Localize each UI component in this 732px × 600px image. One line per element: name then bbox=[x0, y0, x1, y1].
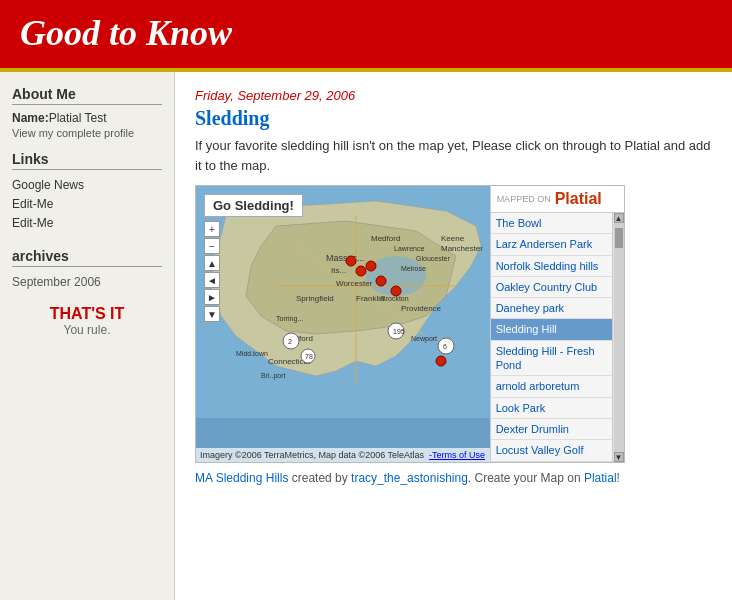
site-header: Good to Know bbox=[0, 0, 732, 72]
view-profile-link[interactable]: View my complete profile bbox=[12, 127, 162, 139]
svg-text:78: 78 bbox=[305, 353, 313, 360]
mapped-on-label: MAPPED ON bbox=[497, 194, 551, 204]
name-label: Name: bbox=[12, 111, 49, 125]
place-link[interactable]: Norfolk Sledding hills bbox=[491, 256, 612, 276]
svg-text:Manchester: Manchester bbox=[441, 244, 483, 253]
list-item-active: Sledding Hill bbox=[491, 319, 612, 340]
place-link[interactable]: arnold arboretum bbox=[491, 376, 612, 396]
scroll-thumb[interactable] bbox=[615, 228, 623, 248]
links-section: Links Google News Edit-Me Edit-Me bbox=[12, 151, 162, 234]
thats-it-title: THAT'S IT bbox=[12, 305, 162, 323]
svg-point-35 bbox=[376, 276, 386, 286]
about-title: About Me bbox=[12, 86, 162, 105]
name-value: Platial Test bbox=[49, 111, 107, 125]
svg-point-38 bbox=[346, 256, 356, 266]
archives-section: archives September 2006 bbox=[12, 248, 162, 291]
about-section: About Me Name:Platial Test View my compl… bbox=[12, 86, 162, 139]
scroll-down-button[interactable]: ▼ bbox=[614, 452, 624, 462]
place-link[interactable]: Oakley Country Club bbox=[491, 277, 612, 297]
list-item: Look Park bbox=[491, 398, 612, 419]
sidebar-link-edit-me-2[interactable]: Edit-Me bbox=[12, 214, 162, 233]
list-item: Danehey park bbox=[491, 298, 612, 319]
map-zoom-out[interactable]: − bbox=[204, 238, 220, 254]
list-item: Norfolk Sledding hills bbox=[491, 256, 612, 277]
platial-panel: MAPPED ON Platial The Bowl Larz Andersen… bbox=[490, 186, 624, 462]
svg-text:Providence: Providence bbox=[401, 304, 442, 313]
map-pan-down[interactable]: ▼ bbox=[204, 306, 220, 322]
post-footer: MA Sledding Hills created by tracy_the_a… bbox=[195, 471, 712, 485]
list-item: Oakley Country Club bbox=[491, 277, 612, 298]
scroll-track bbox=[614, 223, 624, 452]
svg-text:Bri..port: Bri..port bbox=[261, 372, 286, 380]
svg-text:Newport: Newport bbox=[411, 335, 437, 343]
platial-places-list: The Bowl Larz Andersen Park Norfolk Sled… bbox=[491, 213, 612, 462]
place-link[interactable]: Larz Andersen Park bbox=[491, 234, 612, 254]
svg-point-37 bbox=[356, 266, 366, 276]
svg-text:Keene: Keene bbox=[441, 234, 465, 243]
site-title: Good to Know bbox=[20, 12, 712, 54]
scroll-up-button[interactable]: ▲ bbox=[614, 213, 624, 223]
map-controls: + − ▲ ◄ ► ▼ bbox=[204, 221, 220, 322]
svg-text:2: 2 bbox=[288, 338, 292, 345]
svg-text:195: 195 bbox=[393, 328, 405, 335]
terms-link[interactable]: -Terms of Use bbox=[429, 450, 485, 460]
map-pan-right[interactable]: ► bbox=[204, 289, 220, 305]
map-pan-left[interactable]: ◄ bbox=[204, 272, 220, 288]
list-item: Larz Andersen Park bbox=[491, 234, 612, 255]
map-pan-up[interactable]: ▲ bbox=[204, 255, 220, 271]
svg-text:6: 6 bbox=[443, 343, 447, 350]
place-link[interactable]: Locust Valley Golf bbox=[491, 440, 612, 460]
svg-point-39 bbox=[436, 356, 446, 366]
svg-text:Its...: Its... bbox=[331, 266, 346, 275]
map-svg: Massac... Its... Manchester Keene Medfor… bbox=[196, 186, 490, 418]
platial-link[interactable]: Platial bbox=[584, 471, 617, 485]
svg-text:Torring...: Torring... bbox=[276, 315, 303, 323]
archives-month-link[interactable]: September 2006 bbox=[12, 273, 162, 291]
svg-text:Springfield: Springfield bbox=[296, 294, 334, 303]
svg-text:Midd.town: Midd.town bbox=[236, 350, 268, 357]
place-link[interactable]: Dexter Drumlin bbox=[491, 419, 612, 439]
archives-title: archives bbox=[12, 248, 162, 267]
map-zoom-in[interactable]: + bbox=[204, 221, 220, 237]
author-link[interactable]: tracy_the_astonishing bbox=[351, 471, 468, 485]
list-item: Sledding Hill - Fresh Pond bbox=[491, 341, 612, 377]
platial-scrollbar[interactable]: ▲ ▼ bbox=[612, 213, 624, 462]
platial-list-wrap: The Bowl Larz Andersen Park Norfolk Sled… bbox=[491, 213, 612, 462]
list-item: arnold arboretum bbox=[491, 376, 612, 397]
svg-text:Melrose: Melrose bbox=[401, 265, 426, 272]
platial-header: MAPPED ON Platial bbox=[491, 186, 624, 213]
sidebar-link-edit-me-1[interactable]: Edit-Me bbox=[12, 195, 162, 214]
links-title: Links bbox=[12, 151, 162, 170]
post-body: If your favorite sledding hill isn't on … bbox=[195, 136, 712, 175]
main-content: Friday, September 29, 2006 Sledding If y… bbox=[175, 72, 732, 600]
footer-text-2: . Create your Map on bbox=[468, 471, 584, 485]
page-layout: About Me Name:Platial Test View my compl… bbox=[0, 72, 732, 600]
list-item: The Bowl bbox=[491, 213, 612, 234]
place-link[interactable]: Danehey park bbox=[491, 298, 612, 318]
footer-text-1: created by bbox=[288, 471, 351, 485]
post-date: Friday, September 29, 2006 bbox=[195, 88, 712, 103]
svg-point-34 bbox=[366, 261, 376, 271]
list-item: Dexter Drumlin bbox=[491, 419, 612, 440]
ma-sledding-link[interactable]: MA Sledding Hills bbox=[195, 471, 288, 485]
thats-it-box: THAT'S IT You rule. bbox=[12, 305, 162, 337]
svg-point-36 bbox=[391, 286, 401, 296]
svg-text:Medford: Medford bbox=[371, 234, 400, 243]
footer-period: ! bbox=[617, 471, 620, 485]
svg-text:Worcester: Worcester bbox=[336, 279, 373, 288]
map-label: Go Sledding! bbox=[204, 194, 303, 217]
thats-it-sub: You rule. bbox=[12, 323, 162, 337]
sidebar-name: Name:Platial Test bbox=[12, 111, 162, 125]
svg-text:Gloucester: Gloucester bbox=[416, 255, 451, 262]
map-container: Go Sledding! + − ▲ ◄ ► ▼ bbox=[195, 185, 625, 463]
svg-text:Lawrence: Lawrence bbox=[394, 245, 424, 252]
svg-text:Massac...: Massac... bbox=[326, 253, 365, 263]
sidebar: About Me Name:Platial Test View my compl… bbox=[0, 72, 175, 600]
place-link[interactable]: The Bowl bbox=[491, 213, 612, 233]
map-copyright: Imagery ©2006 TerraMetrics, Map data ©20… bbox=[196, 448, 490, 462]
place-link-active[interactable]: Sledding Hill bbox=[491, 319, 612, 339]
sidebar-link-google-news[interactable]: Google News bbox=[12, 176, 162, 195]
place-link[interactable]: Look Park bbox=[491, 398, 612, 418]
place-link[interactable]: Sledding Hill - Fresh Pond bbox=[491, 341, 612, 376]
map-area[interactable]: Go Sledding! + − ▲ ◄ ► ▼ bbox=[196, 186, 490, 462]
